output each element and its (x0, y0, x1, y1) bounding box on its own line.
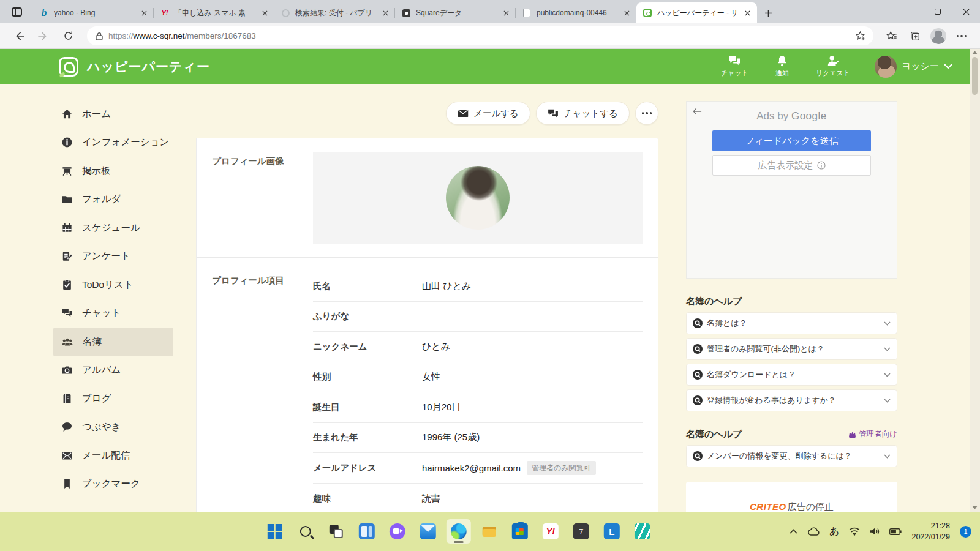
ime-indicator[interactable]: あ (829, 525, 839, 538)
folder-icon (61, 193, 73, 205)
sidebar-item-chat[interactable]: チャット (53, 299, 173, 328)
tab-kensaku[interactable]: 検索結果: 受付 - パブリ (274, 2, 395, 23)
edge-button[interactable] (447, 519, 471, 544)
sidebar-item-information[interactable]: インフォメーション (53, 129, 173, 157)
close-window-button[interactable] (952, 0, 980, 23)
tray-expand-button[interactable] (790, 529, 797, 534)
close-icon[interactable] (139, 8, 149, 18)
tab-moushikomi[interactable]: Y! 「申し込み スマホ 素 (154, 2, 274, 23)
q-icon (693, 370, 703, 380)
onedrive-cloud-icon[interactable] (807, 527, 820, 536)
start-button[interactable] (263, 519, 287, 544)
store-button[interactable] (508, 519, 532, 544)
more-actions-button[interactable] (635, 102, 658, 125)
scroll-down-arrow[interactable] (972, 506, 978, 509)
minimize-button[interactable] (895, 0, 924, 23)
sidebar-item-members[interactable]: 名簿 (53, 328, 173, 356)
back-button[interactable] (9, 26, 29, 47)
taskbar-clock[interactable]: 21:28 2022/01/29 (911, 520, 950, 542)
reload-button[interactable] (58, 26, 78, 47)
file-explorer-button[interactable] (477, 519, 502, 544)
add-favorite-button[interactable] (850, 26, 870, 46)
help-item-what-is-meibo[interactable]: 名簿とは？ (686, 312, 897, 334)
help-item-download[interactable]: 名簿ダウンロードとは？ (686, 364, 897, 386)
browser-profile-avatar[interactable] (929, 26, 948, 46)
document-icon (522, 8, 532, 18)
page-scrollbar[interactable] (970, 49, 980, 512)
sidebar-item-album[interactable]: アルバム (53, 356, 173, 385)
scrollbar-thumb[interactable] (972, 57, 978, 95)
taskbar: Y! 7 L あ 21:28 2022/01/29 1 (0, 512, 980, 551)
bell-icon (777, 55, 788, 67)
sidebar-label: つぶやき (82, 421, 121, 433)
sidebar-item-bookmark[interactable]: ブックマーク (53, 470, 173, 499)
notification-count-badge[interactable]: 1 (960, 526, 971, 538)
user-menu[interactable]: ヨッシー (875, 56, 952, 78)
settings-menu-button[interactable] (952, 26, 971, 46)
battery-icon[interactable] (889, 528, 902, 535)
close-icon[interactable] (260, 8, 270, 18)
chevron-down-icon (884, 454, 891, 459)
sidebar-item-home[interactable]: ホーム (53, 100, 173, 129)
forward-button[interactable] (33, 26, 54, 47)
tab-happy-party-active[interactable]: ハッピーパーティー - サーク (636, 2, 757, 23)
criteo-logo: CRITEO (750, 501, 786, 512)
nav-notifications[interactable]: 通知 (775, 55, 789, 78)
sidebar-item-folder[interactable]: フォルダ (53, 186, 173, 214)
sidebar-item-blog[interactable]: ブログ (53, 384, 173, 413)
collections-button[interactable] (905, 26, 925, 46)
scroll-up-arrow[interactable] (972, 51, 978, 54)
ad-settings-button[interactable]: 広告表示設定 (712, 155, 871, 176)
sidebar-item-todo[interactable]: ToDoリスト (53, 271, 173, 299)
criteo-ad[interactable]: CRITEO 広告の停止 (686, 482, 897, 512)
nav-requests[interactable]: リクエスト (816, 55, 850, 78)
help-item-admin-only[interactable]: 管理者のみ閲覧可(非公開)とは？ (686, 338, 897, 360)
sidebar-item-tweet[interactable]: つぶやき (53, 413, 173, 442)
sidebar-item-mail[interactable]: メール配信 (53, 441, 173, 470)
tab-actions-menu[interactable] (0, 0, 33, 23)
help-item-registration-change[interactable]: 登録情報が変わる事はありますか？ (686, 389, 897, 411)
stripes-app-button[interactable] (630, 519, 655, 544)
ad-back-button[interactable] (693, 108, 702, 115)
maximize-button[interactable] (924, 0, 952, 23)
close-icon[interactable] (622, 8, 631, 18)
sidebar-item-schedule[interactable]: スケジュール (53, 214, 173, 242)
seven-app-button[interactable]: 7 (569, 519, 594, 544)
nav-chat[interactable]: チャット (721, 56, 748, 78)
csqr-logo-icon[interactable] (59, 57, 78, 77)
send-feedback-button[interactable]: フィードバックを送信 (712, 130, 871, 151)
favorites-button[interactable] (882, 26, 902, 46)
search-button[interactable] (293, 519, 318, 544)
l-app-button[interactable]: L (600, 519, 624, 544)
sidebar-item-survey[interactable]: アンケート (53, 242, 173, 271)
section-label: プロフィール画像 (212, 152, 313, 244)
close-icon[interactable] (380, 8, 390, 18)
calendar-icon (61, 222, 73, 234)
start-chat-button[interactable]: チャットする (536, 102, 630, 125)
send-mail-button[interactable]: メールする (446, 102, 530, 125)
yahoo-app-button[interactable]: Y! (538, 519, 563, 544)
close-icon[interactable] (742, 8, 752, 18)
edge-icon (451, 523, 467, 539)
sidebar-item-board[interactable]: 掲示板 (53, 157, 173, 186)
wifi-icon[interactable] (849, 527, 860, 536)
header-nav: チャット 通知 リクエスト (721, 55, 850, 78)
chat-button[interactable] (385, 519, 410, 544)
tab-title: 「申し込み スマホ 素 (175, 8, 255, 18)
task-view-button[interactable] (324, 519, 349, 544)
profile-photo[interactable] (446, 166, 510, 230)
tab-yahoo-bing[interactable]: b yahoo - Bing (33, 2, 154, 23)
site-title[interactable]: ハッピーパーティー (87, 58, 210, 75)
tab-publicdomainq[interactable]: publicdomainq-00446 (516, 2, 636, 23)
new-tab-button[interactable] (757, 2, 779, 23)
stripes-app-icon (635, 523, 650, 539)
field-row-name: 氏名 山田 ひとみ (313, 271, 643, 302)
sidebar-label: アルバム (82, 364, 121, 377)
widgets-button[interactable] (355, 519, 379, 544)
address-bar[interactable]: https://www.c-sqr.net/members/1867683 (87, 26, 873, 45)
close-icon[interactable] (501, 8, 511, 18)
volume-icon[interactable] (870, 527, 880, 536)
tab-square-data[interactable]: Squareデータ (395, 2, 516, 23)
help-item-member-edit[interactable]: メンバーの情報を変更、削除するには？ (686, 445, 897, 467)
mail-app-button[interactable] (416, 519, 440, 544)
